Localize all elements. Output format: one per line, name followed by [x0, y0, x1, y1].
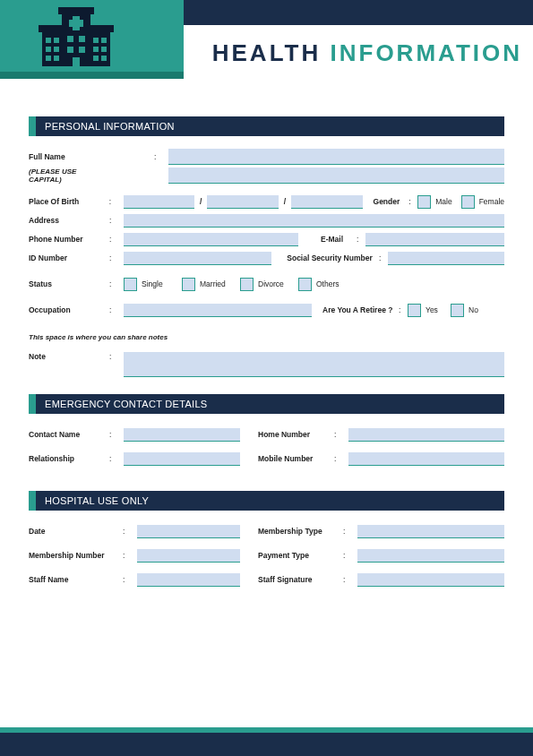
section-personal-bar: PERSONAL INFORMATION	[29, 116, 504, 136]
id-input[interactable]	[124, 252, 271, 265]
staff-signature-label: Staff Signature	[258, 575, 343, 584]
svg-rect-9	[79, 36, 85, 42]
pob-input-3[interactable]	[291, 195, 363, 209]
svg-rect-19	[93, 38, 99, 43]
single-label: Single	[142, 279, 182, 288]
staff-name-input[interactable]	[137, 573, 240, 587]
date-label: Date	[29, 527, 123, 536]
hospital-icon	[31, 7, 121, 72]
female-checkbox[interactable]	[461, 195, 475, 209]
svg-rect-18	[54, 56, 59, 61]
section-accent	[29, 491, 36, 511]
others-checkbox[interactable]	[298, 278, 312, 291]
pob-label: Place Of Birth	[29, 197, 109, 206]
svg-rect-10	[67, 47, 73, 53]
married-checkbox[interactable]	[182, 278, 195, 291]
date-input[interactable]	[137, 525, 240, 538]
membership-type-input[interactable]	[357, 525, 504, 538]
svg-rect-8	[67, 36, 73, 42]
male-checkbox[interactable]	[417, 195, 431, 209]
hospital-form: Date : Membership Type : Membership Numb…	[29, 511, 504, 594]
svg-rect-17	[46, 56, 51, 61]
id-label: ID Number	[29, 253, 109, 262]
ssn-input[interactable]	[388, 252, 504, 265]
occupation-label: Occupation	[29, 305, 109, 314]
ssn-label: Social Security Number	[280, 253, 379, 262]
mobile-number-label: Mobile Number	[258, 454, 334, 463]
contact-name-input[interactable]	[124, 428, 240, 442]
female-label: Female	[479, 197, 504, 206]
no-label: No	[469, 305, 478, 314]
svg-rect-16	[54, 47, 59, 52]
svg-rect-11	[79, 47, 85, 53]
section-hospital-title: HOSPITAL USE ONLY	[36, 491, 504, 511]
staff-signature-input[interactable]	[357, 573, 504, 587]
status-label: Status	[29, 279, 109, 288]
home-number-input[interactable]	[348, 428, 504, 442]
gender-label: Gender	[374, 197, 409, 206]
full-name-input[interactable]	[168, 149, 504, 165]
capital-note: (PLEASE USE CAPITAL)	[29, 168, 109, 184]
note-input[interactable]	[124, 352, 504, 377]
email-label: E-Mail	[307, 235, 357, 244]
emergency-form: Contact Name : Home Number : Relationshi…	[29, 414, 504, 473]
svg-rect-7	[69, 20, 83, 27]
full-name-label: Full Name	[29, 152, 109, 161]
svg-rect-21	[93, 47, 99, 52]
membership-number-label: Membership Number	[29, 551, 123, 560]
page-title: HEALTH INFORMATION	[212, 39, 522, 67]
svg-rect-14	[54, 38, 59, 43]
personal-form: Full Name : (PLEASE USE CAPITAL) Place O…	[29, 136, 504, 383]
mobile-number-input[interactable]	[348, 452, 504, 466]
svg-rect-24	[101, 56, 107, 61]
divorce-checkbox[interactable]	[240, 278, 254, 291]
yes-label: Yes	[426, 305, 451, 314]
header-teal-underline	[0, 72, 184, 79]
home-number-label: Home Number	[258, 430, 334, 439]
relationship-label: Relationship	[29, 454, 109, 463]
title-part1: HEALTH	[212, 39, 322, 66]
footer-navy	[0, 733, 533, 756]
header-navy-bar	[184, 0, 533, 25]
section-emergency-bar: EMERGENCY CONTACT DETAILS	[29, 394, 504, 414]
male-label: Male	[435, 197, 451, 206]
pob-input-2[interactable]	[207, 195, 279, 209]
staff-name-label: Staff Name	[29, 575, 123, 584]
yes-checkbox[interactable]	[408, 304, 421, 317]
phone-label: Phone Number	[29, 235, 109, 244]
no-checkbox[interactable]	[451, 304, 464, 317]
full-name-input-2[interactable]	[168, 168, 504, 184]
section-hospital-bar: HOSPITAL USE ONLY	[29, 491, 504, 511]
address-input[interactable]	[124, 214, 504, 228]
married-label: Married	[200, 279, 240, 288]
note-label: Note	[29, 352, 109, 361]
relationship-input[interactable]	[124, 452, 240, 466]
others-label: Others	[316, 279, 340, 288]
svg-rect-5	[89, 25, 114, 32]
svg-rect-13	[46, 38, 51, 43]
section-personal-title: PERSONAL INFORMATION	[36, 116, 504, 136]
title-part2: INFORMATION	[331, 39, 523, 66]
svg-rect-3	[58, 7, 94, 14]
payment-type-input[interactable]	[357, 549, 504, 563]
header: HEALTH INFORMATION	[0, 0, 533, 79]
section-emergency-title: EMERGENCY CONTACT DETAILS	[36, 394, 504, 414]
svg-rect-4	[39, 25, 64, 32]
payment-type-label: Payment Type	[258, 551, 343, 560]
single-checkbox[interactable]	[124, 278, 137, 291]
divorce-label: Divorce	[258, 279, 298, 288]
occupation-input[interactable]	[124, 304, 312, 317]
section-accent	[29, 394, 36, 414]
svg-rect-15	[46, 47, 51, 52]
contact-name-label: Contact Name	[29, 430, 109, 439]
membership-type-label: Membership Type	[258, 527, 343, 536]
membership-number-input[interactable]	[137, 549, 240, 563]
pob-input-1[interactable]	[124, 195, 195, 209]
svg-rect-23	[93, 56, 99, 61]
address-label: Address	[29, 216, 109, 225]
svg-rect-22	[101, 47, 107, 52]
content: PERSONAL INFORMATION Full Name : (PLEASE…	[0, 79, 533, 594]
email-input[interactable]	[365, 233, 504, 246]
phone-input[interactable]	[124, 233, 298, 246]
section-accent	[29, 116, 36, 136]
